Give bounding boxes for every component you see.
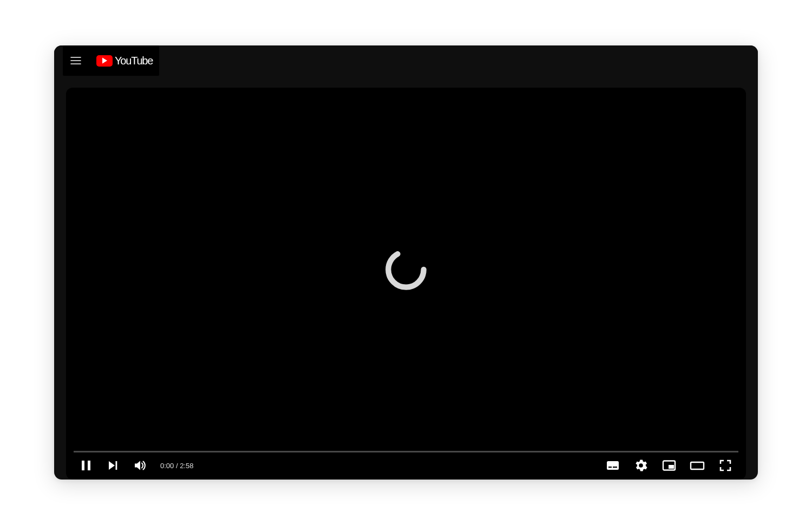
next-icon (107, 460, 119, 471)
gear-icon (634, 459, 647, 472)
subtitles-icon (606, 460, 620, 471)
app-header: YouTube (54, 45, 758, 76)
content-area: 0:00 / 2:58 (54, 76, 758, 480)
svg-rect-9 (691, 462, 704, 469)
theater-mode-button[interactable] (684, 454, 710, 477)
volume-icon (133, 458, 147, 472)
svg-rect-2 (88, 461, 90, 470)
hamburger-icon (69, 54, 82, 67)
video-player: 0:00 / 2:58 (66, 88, 746, 480)
svg-point-0 (388, 252, 423, 287)
youtube-play-icon (96, 55, 113, 67)
next-button[interactable] (101, 454, 126, 477)
progress-bar[interactable] (74, 451, 738, 452)
controls-left: 0:00 / 2:58 (74, 454, 197, 477)
video-canvas[interactable] (66, 88, 746, 451)
youtube-logo[interactable]: YouTube (96, 55, 153, 67)
subtitles-button[interactable] (600, 454, 626, 477)
svg-rect-1 (82, 461, 84, 470)
controls-right (600, 454, 738, 477)
controls-row: 0:00 / 2:58 (74, 454, 738, 477)
theater-icon (690, 460, 705, 471)
time-display: 0:00 / 2:58 (155, 462, 197, 470)
app-window: YouTube (54, 45, 758, 480)
fullscreen-button[interactable] (712, 454, 738, 477)
svg-rect-4 (607, 461, 619, 470)
svg-rect-8 (669, 465, 674, 469)
youtube-wordmark: YouTube (115, 55, 153, 67)
miniplayer-button[interactable] (656, 454, 682, 477)
hamburger-menu-button[interactable] (65, 50, 87, 71)
svg-rect-5 (608, 467, 612, 468)
loading-spinner-icon (383, 246, 429, 293)
player-controls: 0:00 / 2:58 (66, 451, 746, 480)
svg-rect-3 (116, 461, 117, 470)
miniplayer-icon (662, 460, 676, 471)
settings-button[interactable] (628, 454, 654, 477)
pause-button[interactable] (74, 454, 99, 477)
volume-button[interactable] (128, 454, 153, 477)
fullscreen-icon (719, 459, 732, 472)
pause-icon (80, 459, 92, 472)
header-left-cluster: YouTube (63, 45, 159, 76)
svg-rect-6 (613, 467, 617, 468)
